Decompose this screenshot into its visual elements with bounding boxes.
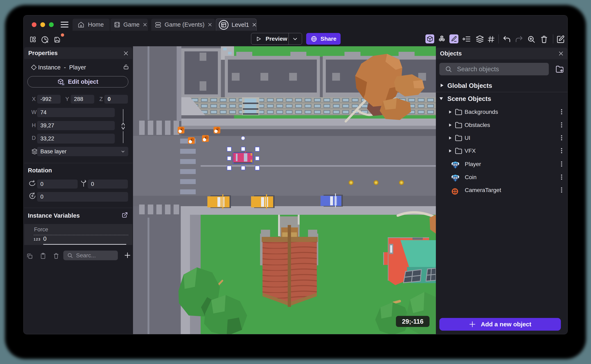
svg-text:3D: 3D	[62, 83, 65, 85]
svg-text:29;-116: 29;-116	[402, 318, 423, 325]
